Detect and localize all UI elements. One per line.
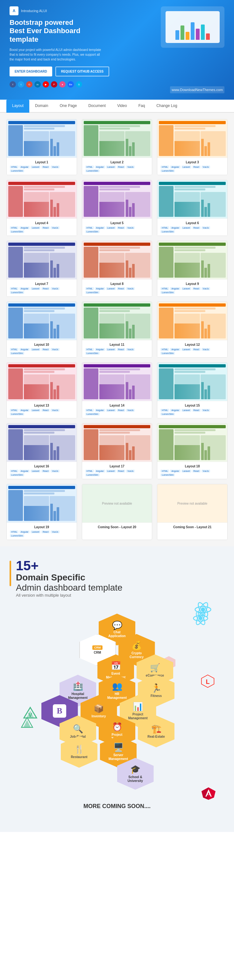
nav-tabs: Layout Domain One Page Document Video Fa… — [0, 100, 234, 113]
layout-card[interactable]: Layout 5 HTMLAngularLaravelReactVueJsLum… — [82, 180, 153, 236]
header-description: Boost your project with powerful ALUI ad… — [10, 48, 105, 62]
tab-video[interactable]: Video — [111, 100, 132, 113]
tab-domain[interactable]: Domain — [29, 100, 54, 113]
layout-card[interactable]: Layout 10 HTMLAngularLaravelReactVueJsLu… — [6, 302, 77, 358]
layout-card[interactable]: Layout 9 HTMLAngularLaravelReactVueJsLum… — [157, 241, 228, 297]
layout-card[interactable]: Layout 2 HTMLAngularLaravelReactVueJsLum… — [82, 119, 153, 175]
youtube-icon[interactable]: ▶ — [43, 81, 49, 88]
layout-card[interactable]: Layout 4 HTMLAngularLaravelReactVueJsLum… — [6, 180, 77, 236]
layout-card[interactable]: Layout 13 HTMLAngularLaravelReactVueJsLu… — [6, 362, 77, 418]
layout-card[interactable]: Layout 14 HTMLAngularLaravelReactVueJsLu… — [82, 362, 153, 418]
logo-tagline: Introducing ALUI — [21, 9, 47, 13]
behance-icon[interactable]: Be — [67, 81, 74, 88]
layout-card[interactable]: Layout 3 HTMLAngularLaravelReactVueJsLum… — [157, 119, 228, 175]
react-floating — [193, 610, 209, 628]
header-buttons: ENTER DASHBOARD REQUEST GITHUB ACCESS — [10, 67, 224, 76]
tab-onepage[interactable]: One Page — [54, 100, 83, 113]
tab-faq[interactable]: Faq — [133, 100, 151, 113]
domain-description: All version with multiple layout — [16, 593, 123, 598]
twitter-icon[interactable]: t — [18, 81, 24, 88]
layout-card[interactable]: Layout 19 HTMLAngularLaravelReactVueJsLu… — [6, 484, 77, 540]
layout-card[interactable]: Layout 16 HTMLAngularLaravelReactVueJsLu… — [6, 423, 77, 479]
layout-card[interactable]: Preview not available Coming Soon - Layo… — [82, 484, 153, 540]
domain-title-line1: Domain Specific Admin dashboard template — [16, 573, 123, 593]
tab-document[interactable]: Document — [83, 100, 111, 113]
layout-card[interactable]: Layout 15 HTMLAngularLaravelReactVueJsLu… — [157, 362, 228, 418]
layout-card[interactable]: Layout 8 HTMLAngularLaravelReactVueJsLum… — [82, 241, 153, 297]
more-coming-text: MORE COMING SOON.... — [10, 794, 224, 819]
layout-card[interactable]: Layout 1 HTMLAngularLaravelReactVueJsLum… — [6, 119, 77, 175]
laravel-floating: L — [201, 674, 215, 690]
pinterest-icon[interactable]: P — [51, 81, 57, 88]
domain-header: 15+ Domain Specific Admin dashboard temp… — [16, 559, 123, 607]
logo-icon: A — [10, 6, 19, 15]
honeycomb-container: L 💬 ChatApplication CRM CRM 💰 Crypto — [16, 610, 218, 787]
layout-card[interactable]: Layout 18 HTMLAngularLaravelReactVueJsLu… — [157, 423, 228, 479]
access-button[interactable]: REQUEST GITHUB ACCESS — [56, 67, 110, 76]
tab-changelog[interactable]: Change Log — [151, 100, 183, 113]
tab-layout[interactable]: Layout — [6, 100, 29, 113]
honeycomb-section: L V L — [10, 610, 224, 794]
vue-floating — [19, 716, 35, 733]
layout-section: Layout 1 HTMLAngularLaravelReactVueJsLum… — [0, 113, 234, 546]
layout-card[interactable]: Layout 7 HTMLAngularLaravelReactVueJsLum… — [6, 241, 77, 297]
layout-card[interactable]: Layout 6 HTMLAngularLaravelReactVueJsLum… — [157, 180, 228, 236]
dribbble-icon[interactable]: ♦ — [59, 81, 65, 88]
layout-grid: Layout 1 HTMLAngularLaravelReactVueJsLum… — [6, 119, 228, 540]
angular-floating — [201, 786, 216, 803]
domain-url: www.DownloadNewThemes.com — [170, 86, 224, 93]
demo-button[interactable]: ENTER DASHBOARD — [10, 67, 52, 76]
header-mockup — [161, 6, 224, 48]
domain-count: 15+ — [16, 559, 123, 573]
skype-icon[interactable]: S — [76, 81, 82, 88]
svg-text:L: L — [206, 678, 210, 685]
accent-bar — [10, 561, 11, 586]
layout-card[interactable]: Layout 17 HTMLAngularLaravelReactVueJsLu… — [82, 423, 153, 479]
domain-section: 15+ Domain Specific Admin dashboard temp… — [0, 546, 234, 832]
layout-card[interactable]: Layout 12 HTMLAngularLaravelReactVueJsLu… — [157, 302, 228, 358]
facebook-icon[interactable]: f — [10, 81, 16, 88]
layout-card[interactable]: Preview not available Coming Soon - Layo… — [157, 484, 228, 540]
svg-point-9 — [199, 616, 202, 620]
linkedin-icon[interactable]: in — [34, 81, 41, 88]
googleplus-icon[interactable]: G — [26, 81, 32, 88]
layout-card[interactable]: Layout 11 HTMLAngularLaravelReactVueJsLu… — [82, 302, 153, 358]
header-section: A Introducing ALUI Bootstrap poweredBest… — [0, 0, 234, 100]
